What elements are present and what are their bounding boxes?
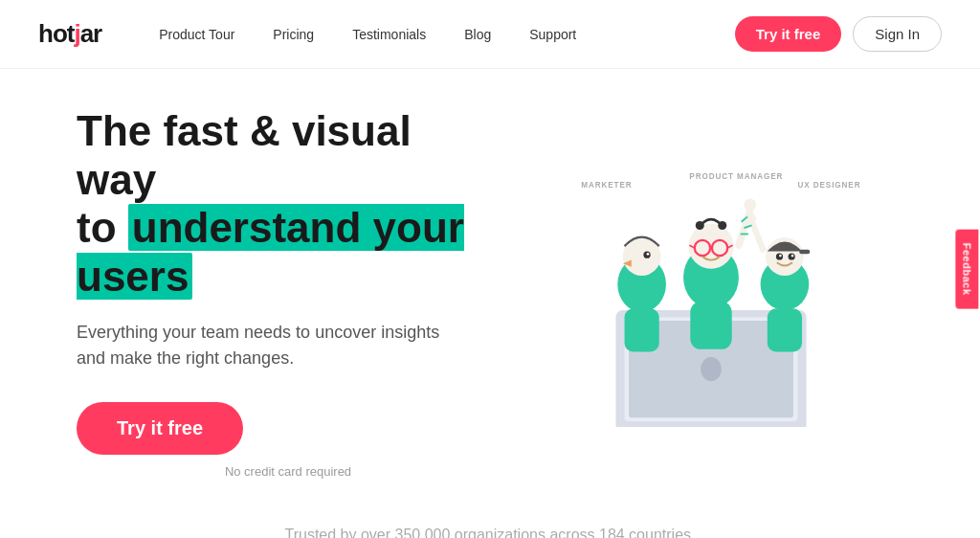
svg-point-23: [744, 199, 756, 212]
nav-item-testimonials[interactable]: Testimonials: [352, 27, 426, 42]
svg-point-16: [718, 221, 726, 230]
nav-item-support[interactable]: Support: [529, 27, 576, 42]
logo-dot: j: [74, 19, 79, 49]
svg-point-15: [696, 221, 704, 230]
trusted-text: Trusted by over 350,000 organizations ac…: [38, 527, 942, 538]
try-free-hero-button[interactable]: Try it free: [77, 402, 243, 455]
svg-point-6: [701, 357, 722, 381]
svg-text:MARKETER: MARKETER: [581, 181, 632, 190]
hero-title-highlight: understand your users: [77, 204, 464, 300]
nav-item-pricing[interactable]: Pricing: [273, 27, 314, 42]
svg-rect-34: [768, 308, 802, 351]
nav-item-blog[interactable]: Blog: [464, 27, 491, 42]
try-free-nav-button[interactable]: Try it free: [735, 16, 842, 52]
nav-links: Product Tour Pricing Testimonials Blog S…: [159, 27, 735, 42]
svg-point-31: [791, 255, 794, 258]
hero-illustration: MARKETER PRODUCT MANAGER UX DESIGNER: [500, 140, 923, 446]
nav-item-product-tour[interactable]: Product Tour: [159, 27, 234, 42]
nav-actions: Try it free Sign In: [735, 16, 942, 52]
svg-point-11: [647, 253, 650, 256]
hero-subtitle: Everything your team needs to uncover in…: [77, 320, 459, 371]
feedback-tab[interactable]: Feedback: [956, 230, 979, 309]
hero-title: The fast & visual way to understand your…: [77, 107, 500, 301]
svg-text:UX DESIGNER: UX DESIGNER: [797, 181, 860, 190]
svg-point-33: [746, 213, 756, 224]
svg-rect-12: [625, 308, 659, 351]
svg-point-29: [779, 255, 782, 258]
sign-in-button[interactable]: Sign In: [853, 16, 942, 52]
no-credit-card-note: No credit card required: [77, 464, 500, 479]
navbar: hotjar Product Tour Pricing Testimonials…: [0, 0, 980, 69]
svg-rect-27: [799, 250, 810, 255]
svg-line-32: [752, 224, 763, 250]
svg-text:PRODUCT MANAGER: PRODUCT MANAGER: [689, 172, 783, 181]
logo[interactable]: hotjar: [38, 19, 101, 49]
hero-section: The fast & visual way to understand your…: [0, 69, 980, 498]
illustration-svg: MARKETER PRODUCT MANAGER UX DESIGNER: [529, 159, 893, 427]
hero-content: The fast & visual way to understand your…: [77, 107, 500, 479]
trusted-section: Trusted by over 350,000 organizations ac…: [0, 498, 980, 538]
svg-rect-24: [690, 302, 731, 349]
